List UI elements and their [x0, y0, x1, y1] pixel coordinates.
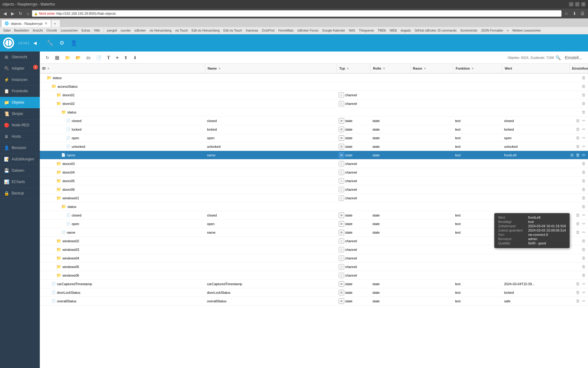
add-btn[interactable]: +: [114, 54, 121, 62]
th-funktion[interactable]: Funktion ▼: [453, 64, 502, 73]
delete-icon[interactable]: 🗑: [581, 204, 586, 209]
delete-icon[interactable]: 🗑: [581, 109, 586, 115]
bm-dogado[interactable]: dogado: [399, 29, 412, 33]
delete-icon[interactable]: 🗑: [575, 127, 580, 132]
bm-tmdb[interactable]: TMDb: [376, 29, 387, 33]
table-row[interactable]: 📁 windows04 ↕channel 🗑: [40, 254, 588, 263]
table-row[interactable]: 📁 doors03 ↕channel 🗑: [40, 159, 588, 168]
upload-btn[interactable]: ⬆: [122, 54, 130, 61]
view-folder3-btn[interactable]: 🗁: [84, 54, 93, 61]
bm-imdb[interactable]: IMDb: [388, 29, 398, 33]
nav-menu[interactable]: ☰: [579, 10, 586, 17]
sidebar-item-hosts[interactable]: 🖥 Hosts: [0, 131, 40, 142]
bm-ansicht[interactable]: Ansicht: [31, 29, 44, 33]
sidebar-collapse-btn[interactable]: ◀: [33, 40, 37, 45]
delete-icon[interactable]: 🗑: [575, 152, 580, 158]
th-einstellungen[interactable]: Einstellun... ▼: [570, 64, 588, 73]
bm-chronik[interactable]: Chronik: [45, 29, 58, 33]
edit-icon[interactable]: ✏: [582, 127, 586, 132]
view-page-btn[interactable]: 📄: [94, 54, 104, 61]
delete-icon[interactable]: 🗑: [581, 75, 586, 80]
table-row[interactable]: 📁 windows01 ↕channel 🗑: [40, 194, 588, 202]
table-row[interactable]: 📄 locked locked Ostate state text locked…: [40, 125, 588, 134]
bm-octoprint[interactable]: OctoPrint: [260, 29, 276, 33]
nav-refresh[interactable]: ↻: [17, 10, 24, 17]
delete-icon[interactable]: 🗑: [581, 195, 586, 201]
table-row[interactable]: 📄 carCapturedTimestamp carCapturedTimest…: [40, 280, 588, 288]
edit-icon[interactable]: ✏: [582, 118, 586, 123]
edit-icon[interactable]: ✏: [582, 221, 586, 226]
delete-icon[interactable]: 🗑: [575, 230, 580, 235]
delete-icon[interactable]: 🗑: [575, 298, 580, 304]
delete-icon[interactable]: 🗑: [581, 101, 586, 106]
sidebar-item-adapter[interactable]: 🔌 Adapter 1: [0, 63, 40, 74]
sidebar-item-echarts[interactable]: 📊 ECharts: [0, 176, 40, 188]
delete-icon[interactable]: 🗑: [581, 170, 586, 175]
bm-homematic[interactable]: HomeMatic: [277, 29, 296, 33]
edit-icon[interactable]: ✏: [582, 213, 586, 218]
delete-icon[interactable]: 🗑: [581, 273, 586, 278]
tools-button[interactable]: 🔧: [45, 38, 55, 48]
bm-more[interactable]: »: [505, 29, 510, 33]
table-row[interactable]: 📁 windows05 ↕channel 🗑: [40, 263, 588, 271]
nav-download[interactable]: ⬇: [571, 10, 578, 17]
th-typ[interactable]: Typ ▼: [337, 64, 371, 73]
delete-icon[interactable]: 🗑: [581, 247, 586, 252]
delete-icon[interactable]: 🗑: [581, 255, 586, 261]
table-row[interactable]: 📁 status 🗑: [40, 202, 588, 211]
einstellungen-btn[interactable]: Einstell...: [563, 54, 584, 61]
win-minimize[interactable]: ─: [569, 2, 573, 6]
search-icon[interactable]: 🔍: [556, 55, 561, 60]
bm-lesezeichen[interactable]: Lesezeichen: [59, 29, 79, 33]
sidebar-item-ubersicht[interactable]: ⊞ Übersicht: [0, 52, 40, 63]
bm-edit-vis-heinzenberg[interactable]: Edit vis Heinzenberg: [190, 29, 221, 33]
table-row[interactable]: 📁 status 🗑: [40, 108, 588, 117]
table-row[interactable]: 📁 doors04 ↕channel 🗑: [40, 168, 588, 177]
sidebar-item-node-red[interactable]: 🔴 Node-RED: [0, 120, 40, 131]
tab-close[interactable]: ✕: [44, 21, 48, 26]
sidebar-item-objekte[interactable]: 📁 Objekte: [0, 97, 40, 108]
nav-back[interactable]: ◀: [2, 10, 8, 17]
table-row[interactable]: 📁 accessStatus 🗑: [40, 82, 588, 91]
bm-joergeli[interactable]: joergeli: [106, 29, 119, 33]
sidebar-item-benutzer[interactable]: 👤 Benutzer: [0, 142, 40, 154]
th-name[interactable]: Name ▼: [205, 64, 337, 73]
table-row[interactable]: 📄 open open Ostate state text open 🗑 ✏: [40, 134, 588, 142]
table-row-selected[interactable]: 📄 name name Ostate state text frontLeft …: [40, 151, 588, 159]
delete-icon[interactable]: 🗑: [581, 84, 586, 89]
sidebar-item-instanzen[interactable]: ⚡ Instanzen: [0, 74, 40, 86]
th-wert[interactable]: Wert: [502, 64, 570, 73]
bm-vis-heinzenberg[interactable]: vis Heinzenberg: [148, 29, 173, 33]
table-row[interactable]: 📁 doors05 ↕channel 🗑: [40, 177, 588, 185]
delete-icon[interactable]: 🗑: [575, 118, 580, 123]
bm-bearbeiten[interactable]: Bearbeiten: [13, 29, 30, 33]
table-row[interactable]: 📁 doors02 ↕channel 🗑: [40, 99, 588, 108]
delete-icon[interactable]: 🗑: [581, 161, 586, 166]
th-id[interactable]: ID ▼: [40, 64, 205, 73]
table-row[interactable]: 📄 doorLockStatus doorLockStatus Ostate s…: [40, 288, 588, 297]
download-btn[interactable]: ⬇: [131, 54, 139, 61]
delete-icon[interactable]: 🗑: [575, 281, 580, 286]
table-row[interactable]: 📄 unlocked unlocked Ostate state text un…: [40, 142, 588, 151]
copy-icon[interactable]: ⧉: [570, 152, 574, 158]
edit-icon[interactable]: ✏: [582, 152, 586, 158]
bm-screenshots[interactable]: Screenshots: [459, 29, 479, 33]
delete-icon[interactable]: 🗑: [581, 92, 586, 98]
table-row[interactable]: 📄 overallStatus overallStatus Ostate sta…: [40, 297, 588, 305]
settings-button[interactable]: ⚙: [58, 38, 66, 48]
bm-edit-vis-touch[interactable]: Edit vis Touch: [222, 29, 244, 33]
sidebar-item-backup[interactable]: 🔒 Backup: [0, 188, 40, 199]
delete-icon[interactable]: 🗑: [575, 221, 580, 226]
delete-icon[interactable]: 🗑: [575, 135, 580, 140]
table-row[interactable]: 📄 closed closed Ostate state text closed…: [40, 117, 588, 125]
edit-icon[interactable]: ✏: [582, 230, 586, 235]
bm-datei[interactable]: Datei: [2, 29, 12, 33]
win-close[interactable]: ✕: [581, 2, 586, 6]
delete-icon[interactable]: 🗑: [581, 178, 586, 183]
th-raum[interactable]: Raum ▼: [410, 64, 453, 73]
view-folder2-btn[interactable]: 📂: [74, 54, 83, 61]
bm-thingverse[interactable]: Thingverse: [357, 29, 375, 33]
bm-counter[interactable]: counter: [119, 29, 132, 33]
delete-icon[interactable]: 🗑: [581, 187, 586, 192]
win-maximize[interactable]: □: [575, 2, 579, 6]
